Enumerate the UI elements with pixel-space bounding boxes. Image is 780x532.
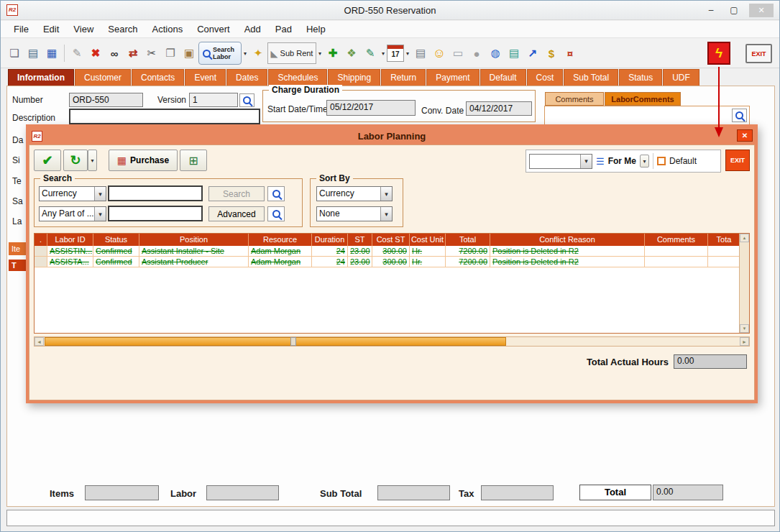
column-header-tota[interactable]: Tota [708, 234, 740, 246]
add-icon[interactable]: ✚ [324, 43, 342, 63]
fax-icon[interactable]: ▤ [411, 43, 430, 63]
column-header-st[interactable]: ST [348, 234, 372, 246]
cut-icon[interactable]: ✂ [142, 43, 161, 63]
column-header-position[interactable]: Position [139, 234, 249, 246]
tab-shipping[interactable]: Shipping [328, 69, 380, 86]
clover-icon[interactable]: ❖ [342, 43, 361, 63]
table-row[interactable]: ASSISTIN...ConfirmedAssistant Installer … [35, 246, 739, 257]
scroll-up-icon[interactable]: ▲ [740, 234, 749, 242]
minimize-button[interactable]: – [700, 4, 722, 17]
chevron-down-icon[interactable] [94, 187, 106, 201]
vertical-scrollbar[interactable]: ▲ ▼ [739, 234, 749, 333]
search-labor-dropdown-icon[interactable]: ▾ [242, 43, 249, 63]
tab-default[interactable]: Default [480, 69, 526, 86]
menu-file[interactable]: File [6, 22, 36, 37]
chevron-down-icon[interactable] [94, 207, 106, 221]
copy-icon[interactable]: ❐ [161, 43, 180, 63]
note-edit-dropdown-icon[interactable]: ▾ [380, 43, 387, 63]
number-field[interactable]: ORD-550 [69, 93, 143, 107]
sort1-combo[interactable]: Currency [316, 186, 393, 201]
menu-convert[interactable]: Convert [190, 22, 237, 37]
search-field1-combo[interactable]: Currency [39, 186, 106, 201]
advanced-search-button[interactable] [267, 206, 285, 221]
dialog-close-button[interactable]: ✕ [737, 129, 753, 142]
version-search-button[interactable] [239, 93, 254, 107]
sphere-icon[interactable]: ● [467, 43, 486, 63]
projector-icon[interactable]: ▭ [449, 43, 467, 63]
column-header-labor-id[interactable]: Labor ID [47, 234, 93, 246]
link-arrow-icon[interactable]: ↗ [523, 43, 542, 63]
calendar-dropdown-icon[interactable]: ▾ [404, 43, 411, 63]
tab-sub-total[interactable]: Sub Total [564, 69, 618, 86]
sort2-combo[interactable]: None [316, 206, 393, 221]
apply-button[interactable]: ✔ [34, 150, 61, 171]
horizontal-scrollbar[interactable]: ◄ ► [34, 336, 750, 347]
tab-information[interactable]: Information [8, 69, 74, 86]
scrollbar-split-handle[interactable] [290, 337, 296, 346]
search-input-1[interactable] [108, 185, 203, 201]
title-bar[interactable]: R2 ORD-550 Reservation – ▢ ✕ [1, 1, 779, 20]
column-header--[interactable]: . [35, 234, 47, 246]
scroll-right-icon[interactable]: ► [740, 337, 749, 346]
column-header-total[interactable]: Total [446, 234, 490, 246]
view-combo[interactable] [529, 154, 592, 169]
maximize-button[interactable]: ▢ [723, 4, 745, 17]
for-me-label[interactable]: For Me [608, 156, 636, 166]
purchase-button[interactable]: ▦ Purchase [109, 150, 178, 171]
description-field[interactable] [69, 109, 260, 124]
tab-labor-comments[interactable]: LaborComments [605, 92, 681, 106]
column-header-cost-unit[interactable]: Cost Unit [410, 234, 446, 246]
scrollbar-thumb[interactable] [45, 337, 506, 346]
tab-comments[interactable]: Comments [545, 92, 604, 106]
menu-view[interactable]: View [66, 22, 101, 37]
chevron-down-icon[interactable] [380, 207, 392, 221]
refresh-button[interactable]: ↻ [63, 150, 88, 171]
binoculars-icon[interactable]: ∞ [105, 43, 124, 63]
tab-customer[interactable]: Customer [75, 69, 131, 86]
tab-status[interactable]: Status [619, 69, 662, 86]
paste-icon[interactable]: ▣ [180, 43, 198, 63]
scroll-down-icon[interactable]: ▼ [740, 324, 749, 333]
conv-date-field[interactable]: 04/12/2017 [466, 101, 532, 116]
search-field2-combo[interactable]: Any Part of ... [39, 206, 106, 221]
row-selector[interactable] [35, 246, 47, 256]
menu-search[interactable]: Search [101, 22, 144, 37]
save-icon[interactable]: ▦ [42, 43, 61, 63]
tab-contacts[interactable]: Contacts [132, 69, 184, 86]
smiley-icon[interactable]: ☺ [430, 43, 449, 63]
labor-planning-icon[interactable]: ϟ [707, 42, 730, 65]
advanced-button[interactable]: Advanced [208, 206, 265, 221]
chevron-down-icon[interactable] [580, 155, 592, 168]
column-header-duration[interactable]: Duration [312, 234, 348, 246]
chevron-down-icon[interactable] [380, 187, 392, 201]
column-header-resource[interactable]: Resource [249, 234, 312, 246]
tab-cost[interactable]: Cost [527, 69, 564, 86]
notes-icon[interactable]: ▤ [505, 43, 523, 63]
for-me-dropdown-icon[interactable]: ▾ [640, 155, 649, 168]
tab-payment[interactable]: Payment [426, 69, 479, 86]
column-header-conflict-reason[interactable]: Conflict Reason [490, 234, 645, 246]
version-field[interactable]: 1 [189, 93, 238, 107]
print-icon[interactable]: ▤ [24, 43, 42, 63]
start-datetime-field[interactable]: 05/12/2017 [326, 100, 416, 116]
menu-pad[interactable]: Pad [268, 22, 299, 37]
column-header-status[interactable]: Status [93, 234, 139, 246]
sub-rent-button[interactable]: ◣ Sub Rent [267, 42, 316, 64]
tab-schedules[interactable]: Schedules [268, 69, 327, 86]
menu-actions[interactable]: Actions [145, 22, 191, 37]
new-document-icon[interactable]: ❏ [5, 43, 24, 63]
close-button[interactable]: ✕ [749, 4, 774, 17]
excel-button[interactable]: ⊞ [180, 150, 207, 171]
column-header-cost-st[interactable]: Cost ST [372, 234, 410, 246]
user-globe-icon[interactable]: ◍ [486, 43, 505, 63]
edit-pencil-icon[interactable]: ✎ [68, 43, 86, 63]
refresh-dropdown-icon[interactable]: ▾ [88, 150, 97, 171]
exit-button[interactable]: EXIT [745, 44, 772, 63]
tab-udf[interactable]: UDF [663, 69, 699, 86]
comments-search-button[interactable] [732, 109, 747, 122]
forklift-icon[interactable]: ¤ [561, 43, 579, 63]
glass-icon[interactable]: ✦ [249, 43, 267, 63]
menu-add[interactable]: Add [237, 22, 268, 37]
default-checkbox[interactable] [657, 157, 666, 165]
calendar-icon[interactable]: 17 [387, 45, 404, 62]
